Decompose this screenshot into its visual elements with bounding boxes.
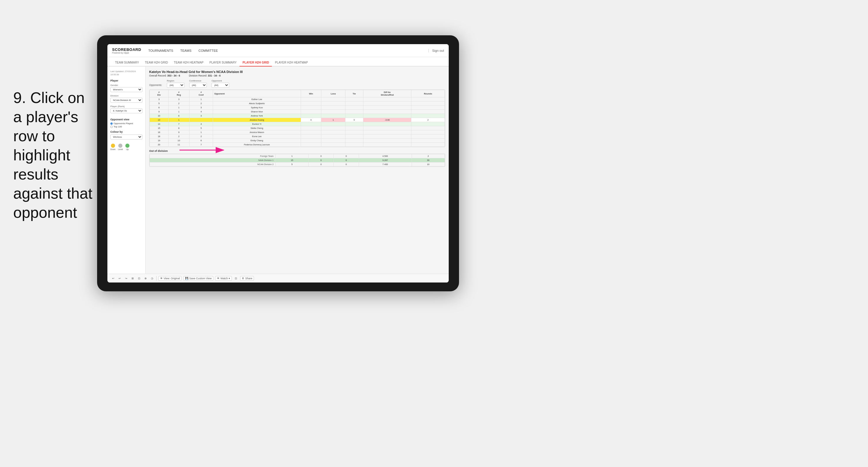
table-row[interactable]: 19 10 6 Emily Chang	[150, 138, 445, 143]
ood-row-naia1[interactable]: NAIA Division 1 15 0 0 9.267 30	[150, 158, 445, 162]
cell-rounds	[411, 110, 445, 114]
out-of-division: Out of division Foreign Team 1 0 0 4.500	[149, 150, 445, 167]
cell-reg: 1	[168, 106, 189, 110]
table-row[interactable]: 14 7 4 Eunice Yi	[150, 122, 445, 126]
redo-button[interactable]: ↪	[124, 276, 129, 280]
table-row[interactable]: 10 6 3 Andrea York	[150, 114, 445, 118]
opponent-filter-select[interactable]: (All)	[212, 83, 229, 88]
tab-team-summary[interactable]: TEAM SUMMARY	[112, 59, 142, 66]
cell-tie	[345, 101, 363, 106]
table-row[interactable]: 5 2 2 Alexis Sudjianto	[150, 101, 445, 106]
cell-reg: 1	[168, 110, 189, 114]
conference-filter-select[interactable]: (All)	[189, 83, 207, 88]
table-row[interactable]: 18 2 2 Euna Lee	[150, 134, 445, 138]
nav-tournaments[interactable]: TOURNAMENTS	[148, 48, 173, 54]
cell-conf: 4	[189, 122, 213, 126]
filter-opponent: Opponent (All)	[212, 80, 229, 88]
cell-diff	[363, 114, 411, 118]
cell-rounds: 2	[411, 118, 445, 122]
ood-rounds: 10	[412, 162, 444, 166]
ood-diff: 4.500	[359, 154, 412, 158]
cell-rounds	[411, 106, 445, 110]
grid-table: #Div #Reg #Conf Opponent Win Loss Tie Di…	[150, 90, 445, 147]
legend-level: Level	[118, 144, 123, 150]
gender-select[interactable]: Women's	[110, 87, 143, 92]
tab-team-h2h-grid[interactable]: TEAM H2H GRID	[142, 59, 171, 66]
ood-win: 15	[275, 158, 308, 162]
division-label: Division	[110, 94, 143, 97]
cell-tie	[345, 130, 363, 134]
radio-top100[interactable]: Top 100	[110, 125, 143, 128]
nav-links: TOURNAMENTS TEAMS COMMITTEE	[148, 48, 428, 54]
table-row-highlighted[interactable]: 13 1 Jessica Huang 0 1 0 -3.00 2	[150, 118, 445, 122]
tab-player-h2h-grid[interactable]: PLAYER H2H GRID	[240, 59, 272, 66]
grid-button[interactable]: ⊞	[130, 276, 135, 280]
region-filter-select[interactable]: (All)	[167, 83, 185, 88]
ood-row-ncaa2[interactable]: NCAA Division 2 5 0 0 7.400 10	[150, 162, 445, 166]
zoom-button[interactable]: ⊡	[234, 276, 238, 280]
cell-win	[301, 106, 321, 110]
cell-loss	[321, 110, 345, 114]
col-opponent: Opponent	[213, 90, 301, 97]
cell-win	[301, 101, 321, 106]
right-panel: Katelyn Vo Head-to-Head Grid for Women's…	[146, 66, 449, 274]
cell-div: 19	[150, 138, 168, 143]
ood-name: Foreign Team	[150, 154, 276, 158]
cell-div: 20	[150, 143, 168, 147]
table-row[interactable]: 6 1 3 Sydney Kuo	[150, 106, 445, 110]
nav-committee[interactable]: COMMITTEE	[198, 48, 218, 54]
tab-player-h2h-heatmap[interactable]: PLAYER H2H HEATMAP	[272, 59, 311, 66]
cell-tie	[345, 134, 363, 138]
cell-win: 0	[301, 118, 321, 122]
cell-loss	[321, 143, 345, 147]
col-rounds: Rounds	[411, 90, 445, 97]
tab-team-h2h-heatmap[interactable]: TEAM H2H HEATMAP	[171, 59, 207, 66]
cell-div: 18	[150, 134, 168, 138]
cell-win	[301, 122, 321, 126]
cell-win	[301, 134, 321, 138]
undo-button[interactable]: ↩	[111, 276, 116, 280]
cell-name: Sharon Mun	[213, 110, 301, 114]
cell-diff	[363, 130, 411, 134]
cell-reg: 2	[168, 134, 189, 138]
opponent-filter-label: Opponent	[212, 80, 229, 82]
tab-player-summary[interactable]: PLAYER SUMMARY	[207, 59, 240, 66]
cell-conf: 1	[189, 130, 213, 134]
view-original-button[interactable]: 👁 View: Original	[158, 276, 182, 281]
cell-name: Esther Lee	[213, 97, 301, 101]
table-row[interactable]: 3 3 1 Esther Lee	[150, 97, 445, 101]
table-row[interactable]: 20 11 7 Federica Domecq Lacroze	[150, 143, 445, 147]
cell-name: Federica Domecq Lacroze	[213, 143, 301, 147]
undo2-button[interactable]: ↩	[117, 276, 122, 280]
colour-by-select[interactable]: Win/loss	[110, 134, 143, 139]
table-row[interactable]: 9 1 4 Sharon Mun	[150, 110, 445, 114]
select-button[interactable]: ⊡	[137, 276, 142, 280]
cell-conf: 6	[189, 138, 213, 143]
table-row[interactable]: 15 8 5 Stella Cheng	[150, 126, 445, 130]
cell-win	[301, 110, 321, 114]
cell-loss	[321, 130, 345, 134]
cell-tie	[345, 122, 363, 126]
cell-win	[301, 143, 321, 147]
sidebar: Last Updated: 27/03/2024 16:55:38 Player…	[107, 66, 146, 274]
ood-loss: 0	[309, 154, 334, 158]
conference-filter-label: Conference	[189, 80, 207, 82]
save-custom-button[interactable]: 💾 Save Custom View	[183, 276, 213, 281]
tablet-screen: SCOREBOARD Powered by clippd TOURNAMENTS…	[107, 44, 449, 282]
clock-button[interactable]: ◷	[150, 276, 154, 280]
cell-diff	[363, 122, 411, 126]
center-button[interactable]: ⊕	[143, 276, 148, 280]
nav-teams[interactable]: TEAMS	[180, 48, 191, 54]
col-div: #Div	[150, 90, 168, 97]
watch-button[interactable]: 👁 Watch ▾	[215, 276, 232, 281]
table-row[interactable]: 16 9 1 Jessica Mason	[150, 130, 445, 134]
ood-row-foreign[interactable]: Foreign Team 1 0 0 4.500 2	[150, 154, 445, 158]
sign-out[interactable]: Sign out	[428, 49, 444, 52]
player-rank-select[interactable]: 8. Katelyn Vo	[110, 108, 143, 113]
ood-loss: 0	[309, 158, 334, 162]
cell-tie	[345, 114, 363, 118]
watch-chevron-icon: ▾	[228, 277, 230, 280]
share-button[interactable]: ⬆ Share	[240, 276, 254, 281]
division-select[interactable]: NCAA Division III	[110, 98, 143, 103]
radio-opponents-played[interactable]: Opponents Played	[110, 122, 143, 125]
